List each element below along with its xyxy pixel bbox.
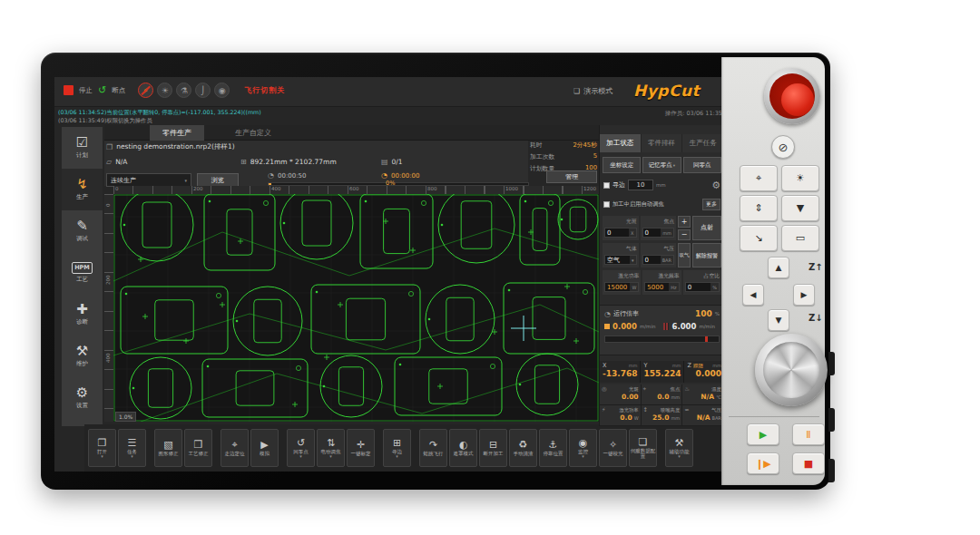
z-up-key[interactable]: Z↑ — [808, 262, 823, 272]
memory-zero-button[interactable]: 记忆零点 ▾ — [642, 157, 681, 173]
toolbar-button-dock-position[interactable]: ⚓停靠位置 — [539, 429, 567, 467]
laser-indicator-icon[interactable]: ⚡ — [138, 83, 153, 98]
count-label: 加工次数 — [530, 152, 554, 161]
tab-production-custom[interactable]: 生产自定义 — [222, 125, 284, 141]
toolbar-button-process-fix[interactable]: ❒工艺修正 — [184, 429, 212, 467]
toolbar-button-mask-mode[interactable]: ◐遮罩模式 — [449, 429, 477, 467]
toolbar-button-open[interactable]: ❐打开▾ — [88, 429, 116, 467]
spot-param: 光斑 0 X — [603, 216, 639, 240]
status-cell-laser-power: ⚡激光功率0.0W — [600, 405, 642, 426]
pressure-value-box[interactable]: 0 BAR — [642, 255, 675, 265]
device-side-nub — [828, 352, 835, 375]
chevron-down-icon: ▾ — [101, 455, 103, 458]
edge-seek-input[interactable] — [628, 180, 653, 190]
toolbar-button-edge-locate[interactable]: ⌖走边定位 — [220, 429, 249, 467]
breakpoint-icon[interactable]: ↺ — [98, 85, 106, 95]
y-value: 155.224 — [643, 369, 681, 378]
go-zero-button[interactable]: 回零点 — [683, 157, 721, 173]
time-elapsed-row: ◔ 00:00:50 — [268, 171, 306, 180]
production-icon: ↯ — [76, 178, 88, 191]
z-down-key[interactable]: Z↓ — [808, 313, 823, 323]
panel-tab-part-nesting[interactable]: 零件排样 — [642, 134, 683, 152]
demo-mode-badge[interactable]: ❏ 演示模式 — [573, 86, 612, 96]
process-fix-icon: ❒ — [194, 440, 203, 450]
sidebar-item-maintenance[interactable]: ⚒维护 — [62, 336, 103, 377]
sidebar-item-debug[interactable]: ✎调试 — [62, 210, 103, 252]
keypad-key-frame-run[interactable]: ▭ — [781, 225, 819, 251]
edge-seek-checkbox[interactable] — [603, 182, 610, 189]
gas-indicator-icon[interactable]: ⚗ — [176, 83, 191, 98]
blow-button[interactable]: 吹气 — [678, 243, 691, 268]
speed-slider-thumb[interactable] — [705, 336, 708, 342]
manage-button[interactable]: 管理 — [546, 170, 597, 183]
speed-slider[interactable] — [604, 336, 720, 343]
toolbar-button-go-origin[interactable]: ↺回零点▾ — [287, 429, 315, 467]
jog-arrow-up-key[interactable]: ▲ — [768, 257, 789, 278]
more-button[interactable]: 更多 — [702, 199, 720, 210]
keypad-key-laser-burst[interactable]: ☀ — [781, 165, 819, 191]
toolbar-button-graphic-fix[interactable]: ▧图形修正 — [154, 429, 182, 467]
sidebar-item-settings[interactable]: ⚙设置 — [62, 377, 103, 419]
power-param: 激光功率 15000 W — [603, 270, 641, 295]
toolbar-button-task[interactable]: ☰任务▾ — [118, 429, 146, 467]
production-mode-dropdown[interactable]: 连续生产 ▾ — [106, 173, 191, 187]
toolbar-button-resume-cut[interactable]: ⊟断开加工 — [479, 429, 507, 467]
chevron-down-icon: ▾ — [673, 163, 675, 168]
toolbar-button-one-key-calibrate[interactable]: ✛一键标定 — [347, 429, 375, 467]
panel-tab-production-task[interactable]: 生产任务 — [682, 134, 724, 152]
follow-indicator-icon[interactable]: ⌡ — [195, 83, 211, 98]
simulate-icon: ▶ — [260, 440, 268, 450]
toolbar-button-edge-seek[interactable]: ⊞寻边▾ — [383, 429, 411, 467]
graphic-fix-icon: ▧ — [163, 440, 172, 450]
transport-pause-key[interactable]: Ⅱ — [792, 423, 825, 445]
transport-start-key[interactable]: ▶ — [747, 423, 779, 445]
clear-alarm-button[interactable]: 解除报警 — [692, 243, 721, 268]
keypad-key-head-down[interactable]: ▼ — [781, 195, 819, 221]
x-label: X — [603, 362, 606, 369]
focus-plus-button[interactable]: + — [678, 216, 691, 228]
duty-value-box[interactable]: 0 % — [685, 282, 720, 292]
toolbar-button-monitor[interactable]: ◉监控▾ — [569, 429, 597, 467]
param-row-2: 气体 空气 ▾ 气压 0 BAR 吹气 — [603, 243, 721, 268]
power-value-box[interactable]: 15000 W — [604, 282, 639, 292]
beacon-indicator-icon[interactable]: ◉ — [214, 83, 230, 98]
keypad-key-follow-toggle[interactable]: ⇕ — [740, 195, 778, 221]
toolbar-button-frog-leap[interactable]: ↷蛙跳飞行 — [419, 429, 447, 467]
focus-adjust-icon: ⇅ — [327, 438, 335, 448]
sidebar-item-production[interactable]: ↯生产 — [62, 169, 103, 210]
spot-value-box[interactable]: 0 X — [604, 228, 637, 238]
gear-icon[interactable]: ⚙ — [711, 180, 720, 191]
sidebar-item-diagnosis[interactable]: ✚诊断 — [62, 294, 103, 336]
keypad-key-go-zero[interactable]: ↘ — [740, 225, 778, 251]
toolbar-button-manual-clean[interactable]: ♻手动清渣 — [509, 429, 537, 467]
toolbar-button-auxiliary[interactable]: ⚒辅助功能▾ — [665, 429, 693, 467]
focus-value-box[interactable]: 0 mm — [642, 228, 675, 238]
panel-tab-machining-status[interactable]: 加工状态 — [600, 134, 642, 152]
emergency-stop-button[interactable] — [764, 68, 820, 124]
transport-stop-key[interactable]: ■ — [792, 452, 825, 474]
focus-minus-button[interactable]: − — [678, 229, 691, 241]
jog-arrow-down-key[interactable]: ▼ — [768, 309, 789, 331]
auto-focus-checkbox[interactable] — [603, 201, 610, 208]
freq-value-box[interactable]: 5000 Hz — [644, 282, 679, 292]
jog-dial[interactable] — [755, 334, 828, 406]
tab-part-production[interactable]: 零件生产 — [150, 125, 204, 141]
transport-resume-key[interactable]: ❙▶ — [747, 452, 779, 474]
browse-button[interactable]: 浏览 — [197, 173, 239, 187]
jog-arrow-right-key[interactable]: ▶ — [793, 284, 815, 306]
toolbar-button-focus-adjust[interactable]: ⇅电动调焦▾ — [317, 429, 345, 467]
gas-dropdown[interactable]: 空气 ▾ — [604, 255, 637, 265]
sidebar-item-plan[interactable]: ☑计划 — [62, 127, 103, 169]
burst-button[interactable]: 点射 — [692, 216, 721, 240]
toolbar-button-calibrate-light[interactable]: ✧一键校光 — [599, 429, 627, 467]
sidebar-item-process[interactable]: HPM工艺 — [62, 252, 103, 294]
laser-enable-key[interactable]: ⊘ — [771, 135, 795, 159]
calibrate-light-icon: ✧ — [609, 440, 617, 450]
keypad-key-go-origin[interactable]: ⌖ — [740, 165, 778, 191]
nesting-canvas[interactable] — [113, 194, 599, 422]
toolbar-button-simulate[interactable]: ▶模拟 — [250, 429, 279, 467]
jog-arrow-left-key[interactable]: ◀ — [742, 284, 764, 306]
toolbar-button-servo-config[interactable]: ❏伺服数据配置 — [629, 429, 657, 467]
coord-set-button[interactable]: 坐标设定 — [603, 157, 641, 173]
shutter-indicator-icon[interactable]: ☀ — [157, 83, 172, 98]
